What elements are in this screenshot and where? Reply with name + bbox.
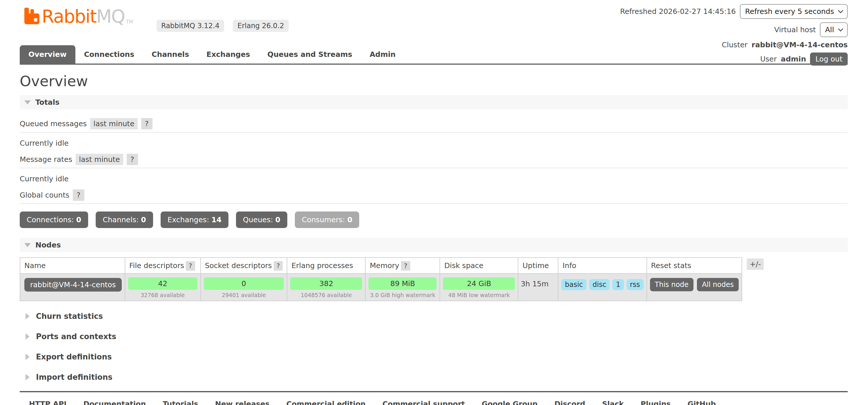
chevron-down-icon bbox=[838, 26, 843, 31]
col-erlang-processes-label: Erlang processes bbox=[291, 261, 353, 270]
queues-counter[interactable]: Queues: 0 bbox=[236, 211, 287, 228]
info-tags: basic disc 1 rss bbox=[561, 276, 643, 290]
tab-connections[interactable]: Connections bbox=[75, 45, 143, 63]
connections-counter-value: 0 bbox=[76, 215, 81, 224]
totals-section-header[interactable]: Totals bbox=[20, 95, 848, 109]
reset-this-node-button[interactable]: This node bbox=[650, 278, 694, 291]
node-name-pill[interactable]: rabbit@VM-4-14-centos bbox=[24, 278, 122, 292]
col-file-descriptors: File descriptors? bbox=[125, 258, 200, 273]
file-descriptors-cell: 42 32768 available bbox=[125, 273, 200, 301]
refresh-interval-select[interactable]: Refresh every 5 seconds bbox=[740, 4, 848, 19]
virtual-host-label: Virtual host bbox=[774, 26, 816, 34]
chevron-down-icon bbox=[838, 8, 843, 13]
file-descriptors-available: 32768 available bbox=[128, 292, 197, 298]
queued-messages-label: Queued messages bbox=[20, 119, 87, 128]
channels-counter[interactable]: Channels: 0 bbox=[96, 211, 153, 228]
message-rates-idle-status: Currently idle bbox=[20, 175, 848, 183]
nodes-table-header-row: Name File descriptors? Socket descriptor… bbox=[20, 258, 742, 273]
columns-plus-minus-toggle[interactable]: +/- bbox=[747, 259, 764, 270]
global-counts-header: Global counts ? bbox=[20, 190, 848, 204]
col-reset-stats: Reset stats bbox=[647, 258, 742, 273]
rabbitmq-version-badge: RabbitMQ 3.12.4 bbox=[157, 20, 224, 32]
col-disk-space: Disk space bbox=[440, 258, 518, 273]
collapse-arrow-icon bbox=[24, 243, 31, 247]
nodes-heading: Nodes bbox=[35, 241, 61, 249]
virtual-host-value: All bbox=[825, 26, 834, 34]
footer-link-google-group[interactable]: Google Group bbox=[482, 400, 538, 405]
col-file-descriptors-label: File descriptors bbox=[129, 261, 184, 270]
footer-link-slack[interactable]: Slack bbox=[602, 400, 624, 405]
refresh-row: Refreshed 2026-02-27 14:45:16 Refresh ev… bbox=[620, 4, 848, 19]
logo-trademark: TM bbox=[126, 18, 133, 26]
tab-overview[interactable]: Overview bbox=[20, 45, 75, 63]
import-definitions-label: Import definitions bbox=[36, 372, 113, 382]
message-rates-help[interactable]: ? bbox=[127, 154, 138, 165]
col-uptime-label: Uptime bbox=[522, 261, 549, 270]
col-disk-space-label: Disk space bbox=[444, 261, 483, 270]
memory-watermark: 3.0 GiB high watermark bbox=[369, 292, 437, 298]
footer-link-github[interactable]: GitHub bbox=[687, 400, 716, 405]
col-memory-label: Memory bbox=[370, 261, 399, 270]
exchanges-counter-label: Exchanges: bbox=[167, 215, 209, 224]
global-counts-help[interactable]: ? bbox=[73, 190, 84, 201]
footer-links: HTTP API Documentation Tutorials New rel… bbox=[20, 391, 848, 405]
reset-all-nodes-button[interactable]: All nodes bbox=[697, 278, 739, 291]
info-tag-disc: disc bbox=[589, 279, 610, 290]
rabbitmq-logo[interactable]: RabbitMQ TM bbox=[24, 7, 133, 26]
refresh-interval-value: Refresh every 5 seconds bbox=[745, 7, 834, 16]
info-tag-count: 1 bbox=[612, 279, 624, 290]
virtual-host-row: Virtual host All bbox=[774, 22, 848, 37]
export-definitions-section[interactable]: Export definitions bbox=[26, 352, 848, 362]
churn-statistics-section[interactable]: Churn statistics bbox=[26, 311, 848, 321]
expand-arrow-icon bbox=[26, 313, 30, 319]
connections-counter[interactable]: Connections: 0 bbox=[20, 211, 88, 228]
footer-link-plugins[interactable]: Plugins bbox=[641, 400, 671, 405]
disk-space-meter: 24 GiB bbox=[443, 277, 515, 290]
rabbit-icon bbox=[24, 7, 39, 24]
ports-and-contexts-section[interactable]: Ports and contexts bbox=[26, 331, 848, 342]
exchanges-counter[interactable]: Exchanges: 14 bbox=[161, 211, 228, 228]
erlang-version-badge: Erlang 26.0.2 bbox=[233, 20, 289, 32]
message-rates-header: Message rates last minute ? bbox=[20, 154, 848, 168]
memory-help[interactable]: ? bbox=[401, 261, 410, 271]
erlang-processes-meter: 382 bbox=[290, 277, 362, 290]
node-name-cell: rabbit@VM-4-14-centos bbox=[20, 273, 125, 301]
totals-heading: Totals bbox=[35, 98, 59, 107]
channels-counter-value: 0 bbox=[141, 215, 146, 224]
consumers-counter[interactable]: Consumers: 0 bbox=[295, 211, 359, 228]
queued-messages-period-tag[interactable]: last minute bbox=[90, 118, 137, 129]
col-uptime: Uptime bbox=[518, 258, 558, 273]
footer-link-documentation[interactable]: Documentation bbox=[84, 400, 146, 405]
col-info-label: Info bbox=[562, 261, 576, 270]
tab-queues-and-streams[interactable]: Queues and Streams bbox=[258, 45, 361, 63]
footer-link-http-api[interactable]: HTTP API bbox=[29, 400, 67, 405]
tab-admin[interactable]: Admin bbox=[361, 45, 404, 63]
message-rates-period-tag[interactable]: last minute bbox=[76, 154, 123, 165]
expand-arrow-icon bbox=[26, 334, 30, 340]
import-definitions-section[interactable]: Import definitions bbox=[26, 372, 848, 382]
col-name: Name bbox=[20, 258, 125, 273]
info-tag-rss: rss bbox=[626, 279, 644, 290]
socket-descriptors-cell: 0 29401 available bbox=[200, 273, 287, 301]
info-cell: basic disc 1 rss bbox=[558, 273, 647, 301]
footer-link-discord[interactable]: Discord bbox=[554, 400, 585, 405]
socket-descriptors-help[interactable]: ? bbox=[274, 261, 283, 271]
queued-messages-idle-status: Currently idle bbox=[20, 139, 848, 147]
collapse-arrow-icon bbox=[24, 100, 31, 105]
info-tag-basic: basic bbox=[561, 279, 586, 290]
tab-channels[interactable]: Channels bbox=[143, 45, 198, 63]
footer-link-new-releases[interactable]: New releases bbox=[215, 400, 270, 405]
node-row: rabbit@VM-4-14-centos 42 32768 available… bbox=[20, 273, 742, 301]
footer-link-commercial-edition[interactable]: Commercial edition bbox=[286, 400, 366, 405]
footer-link-commercial-support[interactable]: Commercial support bbox=[382, 400, 465, 405]
footer-link-tutorials[interactable]: Tutorials bbox=[163, 400, 198, 405]
nodes-section-header[interactable]: Nodes bbox=[20, 238, 848, 252]
tab-exchanges[interactable]: Exchanges bbox=[198, 45, 258, 63]
socket-descriptors-available: 29401 available bbox=[204, 292, 284, 298]
expand-arrow-icon bbox=[26, 354, 30, 360]
virtual-host-select[interactable]: All bbox=[820, 22, 848, 37]
export-definitions-label: Export definitions bbox=[36, 352, 112, 362]
col-memory: Memory? bbox=[365, 258, 440, 273]
file-descriptors-help[interactable]: ? bbox=[186, 261, 195, 271]
queued-messages-help[interactable]: ? bbox=[141, 118, 153, 129]
